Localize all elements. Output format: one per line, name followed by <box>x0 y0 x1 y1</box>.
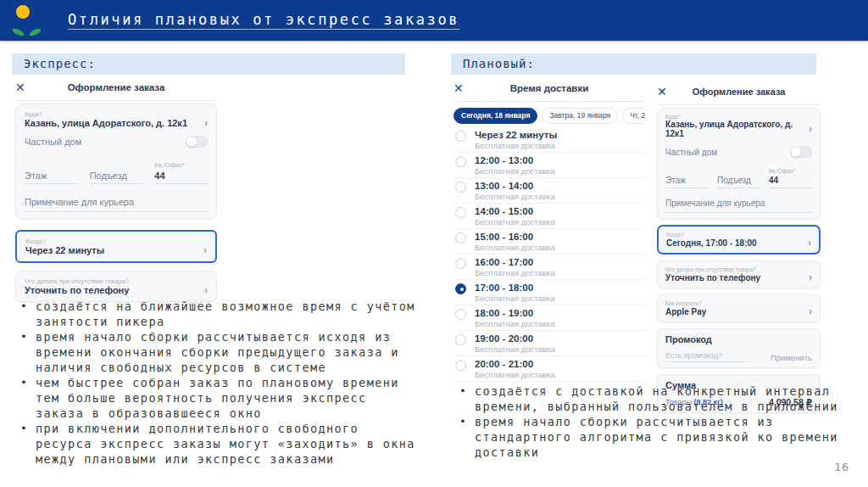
chevron-right-icon: › <box>809 306 812 316</box>
payment-value: Apple Pay <box>665 307 706 316</box>
courier-note-field[interactable]: Примечание для курьера <box>665 199 812 213</box>
absence-field[interactable]: Что делать при отсутствии товара? Уточни… <box>15 271 217 302</box>
chevron-right-icon: › <box>809 272 812 283</box>
promo-input[interactable] <box>665 351 746 362</box>
date-pill-thursday[interactable]: Чт, 20 января <box>622 108 645 124</box>
private-house-row: Частный дом <box>665 146 812 158</box>
express-checkout-screen: ✕ Оформление заказа Куда? Казань, улица … <box>15 79 217 302</box>
absence-value: Уточнить по телефону <box>665 273 760 283</box>
radio-icon[interactable] <box>455 131 466 142</box>
address-row[interactable]: Казань, улица Адоратского, д. 12к1 › <box>665 120 812 138</box>
absence-label: Что делать при отсутствии товара? <box>25 277 208 285</box>
time-slot[interactable]: 15:00 - 16:00Бесплатная доставка <box>453 229 645 255</box>
radio-icon[interactable] <box>455 258 466 269</box>
when-label: Когда? <box>666 232 811 238</box>
bullet-item: чем быстрее собран заказ по плановому вр… <box>17 375 422 421</box>
time-slot-selected[interactable]: 17:00 - 18:00Бесплатная доставка <box>453 280 645 305</box>
floor-field[interactable]: Этаж <box>25 171 78 184</box>
page-title: Отличия плановых от экспресс заказов <box>68 11 459 30</box>
checkout-title: Оформление заказа <box>657 87 821 97</box>
page-number: 16 <box>834 461 849 473</box>
radio-icon[interactable] <box>455 334 466 345</box>
express-section-label: Экспресс: <box>12 53 405 75</box>
address-label: Куда? <box>665 114 812 120</box>
time-slot[interactable]: 14:00 - 15:00Бесплатная доставка <box>453 204 645 229</box>
divider <box>15 100 217 101</box>
promo-title: Промокод <box>665 334 812 344</box>
bullet-item: при включении дополнительного свободного… <box>17 421 422 467</box>
radio-selected-icon[interactable] <box>455 283 466 294</box>
radio-icon[interactable] <box>455 232 466 244</box>
toggle-knob <box>791 147 801 157</box>
payment-field[interactable]: Как оплатить? Apple Pay › <box>657 294 821 322</box>
promo-apply-button[interactable]: Применить <box>771 353 812 362</box>
floor-field[interactable]: Этаж <box>665 176 709 188</box>
chevron-right-icon: › <box>808 238 811 248</box>
bullet-item: создаётся с доставкой на конкретный инте… <box>456 383 861 414</box>
time-slot[interactable]: 13:00 - 14:00Бесплатная доставка <box>453 178 645 204</box>
address-row[interactable]: Казань, улица Адоратского, д. 12к1 › <box>25 118 208 128</box>
date-pills: Сегодня, 18 января Завтра, 19 января Чт,… <box>453 108 645 124</box>
when-value: Через 22 минуты <box>25 245 104 255</box>
delivery-time-title: Время доставки <box>453 83 645 93</box>
time-slot[interactable]: 12:00 - 13:00Бесплатная доставка <box>453 153 645 178</box>
bullet-item: создаётся на ближайшее возможное время с… <box>17 299 422 329</box>
apartment-field[interactable]: Кв./Офис* 44 <box>769 168 812 188</box>
chevron-right-icon: › <box>809 124 812 134</box>
chevron-right-icon: › <box>204 285 208 295</box>
radio-icon[interactable] <box>455 182 466 193</box>
chevron-right-icon: › <box>203 245 207 255</box>
private-house-label: Частный дом <box>665 148 717 157</box>
toggle-knob <box>186 137 197 147</box>
logo-leaf-icon <box>11 27 25 37</box>
courier-note-field[interactable]: Примечание для курьера <box>25 197 208 212</box>
promo-card: Промокод Применить <box>657 328 821 368</box>
radio-icon[interactable] <box>455 360 466 371</box>
bullet-item: время начало сборки рассчитывается исход… <box>17 329 422 375</box>
when-field-highlighted[interactable]: Когда? Через 22 минуты › <box>15 230 217 263</box>
private-house-row: Частный дом <box>25 136 208 148</box>
slide-header: Отличия плановых от экспресс заказов <box>0 0 868 41</box>
planned-bullet-list: создаётся с доставкой на конкретный инте… <box>456 383 861 460</box>
address-card: Куда? Казань, улица Адоратского, д. 12к1… <box>657 108 821 219</box>
time-slot[interactable]: Через 22 минутыБесплатная доставка <box>453 127 645 153</box>
entrance-field[interactable]: Подъезд <box>717 176 760 188</box>
checkout-header: ✕ Оформление заказа <box>657 83 821 100</box>
apartment-value: 44 <box>769 176 778 185</box>
when-value: Сегодня, 17:00 - 18:00 <box>666 238 757 248</box>
private-house-toggle[interactable] <box>790 146 812 158</box>
entrance-field[interactable]: Подъезд <box>90 171 143 184</box>
delivery-time-header: ✕ Время доставки <box>453 80 645 97</box>
absence-label: Что делать при отсутствии товара? <box>665 266 812 272</box>
private-house-label: Частный дом <box>25 137 81 147</box>
bullet-item: время начало сборки рассчитывается из ст… <box>456 414 861 460</box>
divider <box>657 104 821 105</box>
address-label: Куда? <box>25 110 208 118</box>
time-slot[interactable]: 19:00 - 20:00Бесплатная доставка <box>453 331 645 356</box>
address-card: Куда? Казань, улица Адоратского, д. 12к1… <box>15 104 217 219</box>
radio-icon[interactable] <box>455 207 466 218</box>
time-slot[interactable]: 20:00 - 21:00Бесплатная доставка <box>453 356 645 382</box>
radio-icon[interactable] <box>455 309 466 320</box>
date-pill-tomorrow[interactable]: Завтра, 19 января <box>542 108 618 124</box>
planned-checkout-screen: ✕ Оформление заказа Куда? Казань, улица … <box>657 83 821 413</box>
date-pill-today[interactable]: Сегодня, 18 января <box>453 108 537 124</box>
address-value: Казань, улица Адоратского, д. 12к1 <box>25 118 187 128</box>
apartment-label: Кв./Офис* <box>154 161 208 169</box>
when-field-highlighted[interactable]: Когда? Сегодня, 17:00 - 18:00 › <box>657 225 821 255</box>
time-slot[interactable]: 18:00 - 19:00Бесплатная доставка <box>453 305 645 331</box>
time-slot[interactable]: 16:00 - 17:00Бесплатная доставка <box>453 255 645 280</box>
address-fields: Этаж Подъезд Кв./Офис* 44 <box>25 161 208 184</box>
planned-section-label: Плановый: <box>451 53 816 75</box>
checkout-header: ✕ Оформление заказа <box>15 79 217 96</box>
private-house-toggle[interactable] <box>186 136 208 148</box>
brand-logo-icon <box>11 3 45 37</box>
address-fields: Этаж Подъезд Кв./Офис* 44 <box>665 168 812 188</box>
apartment-label: Кв./Офис* <box>769 168 812 174</box>
logo-flower-icon <box>16 5 30 19</box>
apartment-field[interactable]: Кв./Офис* 44 <box>154 161 208 184</box>
payment-label: Как оплатить? <box>665 300 812 306</box>
logo-leaf-icon <box>28 27 42 37</box>
radio-icon[interactable] <box>455 156 466 167</box>
absence-field[interactable]: Что делать при отсутствии товара? Уточни… <box>657 260 821 288</box>
